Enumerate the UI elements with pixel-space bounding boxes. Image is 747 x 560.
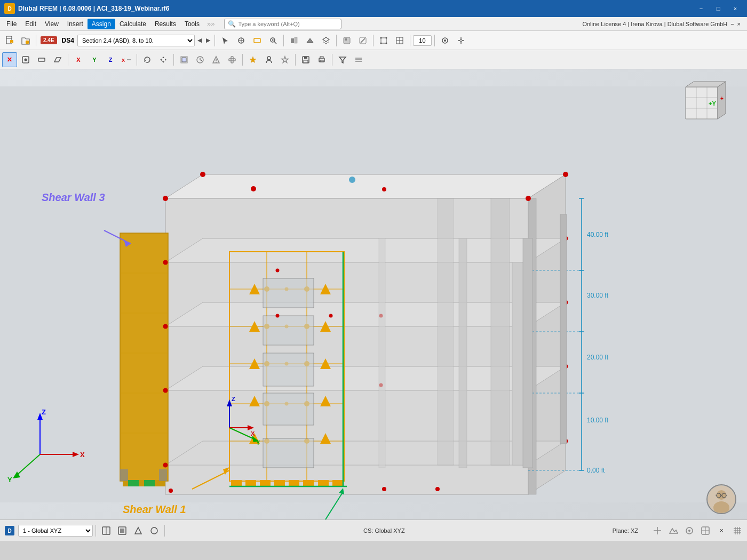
section-prev[interactable]: ◀ — [196, 36, 203, 45]
tb-axis-z[interactable]: Z — [103, 52, 118, 67]
tb-zoom[interactable] — [266, 33, 281, 48]
menu-insert[interactable]: Insert — [63, 19, 88, 29]
tb-view2[interactable] — [303, 33, 317, 48]
tb-rotate[interactable] — [140, 52, 155, 67]
svg-text:0.00 ft: 0.00 ft — [587, 467, 605, 474]
sb-icon1[interactable]: D — [2, 523, 17, 538]
sb-icon2[interactable] — [99, 523, 114, 538]
tb-tool1[interactable] — [177, 52, 192, 67]
sb-view-icon4[interactable] — [698, 523, 713, 538]
tb-tool2[interactable] — [193, 52, 208, 67]
tb-save[interactable] — [298, 52, 313, 67]
tb-tool3[interactable] — [209, 52, 224, 67]
window-controls: − □ × — [694, 3, 743, 14]
tb-cursor[interactable] — [218, 33, 233, 48]
app-icon: D — [4, 3, 15, 14]
tb-grid-toggle[interactable] — [351, 52, 366, 67]
tb-tool4[interactable] — [225, 52, 240, 67]
search-input[interactable] — [238, 21, 334, 27]
license-info: Online License 4 | Irena Kirova | Dlubal… — [578, 21, 745, 27]
tb-star[interactable] — [245, 52, 260, 67]
svg-rect-197 — [120, 469, 128, 481]
tb-snap2[interactable] — [454, 33, 468, 48]
menu-tools[interactable]: Tools — [180, 19, 204, 29]
menu-assign[interactable]: Assign — [88, 19, 115, 29]
sb-icon4[interactable] — [131, 523, 146, 538]
menu-view[interactable]: View — [41, 19, 63, 29]
sep-t2-6 — [332, 54, 332, 66]
svg-rect-116 — [231, 480, 242, 486]
svg-text:+Y: +Y — [709, 100, 716, 107]
toolbar2: × X Y Z X — [0, 50, 747, 69]
svg-rect-118 — [260, 480, 271, 486]
minimize-button[interactable]: − — [694, 3, 709, 14]
tb-filter[interactable] — [335, 52, 350, 67]
tb-axis-x[interactable]: X — [71, 52, 86, 67]
tb-star2[interactable] — [277, 52, 292, 67]
main-viewport[interactable]: Z Y X Z Y X — [0, 69, 747, 519]
tb-transform2[interactable] — [250, 33, 265, 48]
svg-rect-76 — [144, 480, 155, 486]
svg-rect-45 — [231, 57, 233, 63]
section-select[interactable]: Section 2.4 (ASD), 8. to 10. — [77, 35, 195, 46]
tb-shade1[interactable] — [339, 33, 354, 48]
sb-view-icon3[interactable] — [682, 523, 697, 538]
maximize-button[interactable]: □ — [711, 3, 726, 14]
menu-file[interactable]: File — [2, 19, 21, 29]
tb-mesh1[interactable] — [376, 33, 391, 48]
menu-calculate[interactable]: Calculate — [115, 19, 150, 29]
svg-text:X: X — [80, 451, 85, 459]
close-button[interactable]: × — [728, 3, 743, 14]
svg-rect-44 — [229, 59, 235, 61]
svg-text:D: D — [7, 6, 11, 12]
sb-icon3[interactable] — [115, 523, 130, 538]
cs-select[interactable]: 1 - Global XYZ — [18, 525, 93, 537]
sb-icon5[interactable] — [147, 523, 162, 538]
tb-person[interactable] — [261, 52, 276, 67]
cs-status: CS: Global XYZ — [168, 527, 601, 534]
license-close[interactable]: × — [737, 21, 741, 27]
svg-text:X: X — [122, 58, 125, 63]
sb-view-icon2[interactable] — [666, 523, 681, 538]
tb-mesh2[interactable] — [392, 33, 407, 48]
tb-file-new[interactable]: + — [2, 33, 17, 48]
svg-rect-16 — [295, 37, 297, 43]
tb-member[interactable] — [34, 52, 49, 67]
tb-snap1[interactable] — [438, 33, 452, 48]
svg-text:+: + — [720, 95, 724, 101]
sep-t2-5 — [295, 54, 296, 66]
num-input[interactable]: 10 — [413, 35, 432, 46]
svg-text:D: D — [7, 528, 11, 534]
svg-rect-65 — [438, 198, 454, 465]
sep5 — [373, 35, 374, 46]
tb-move[interactable] — [156, 52, 171, 67]
cube-navigator[interactable]: +Y + — [678, 79, 731, 132]
svg-rect-123 — [332, 480, 343, 486]
svg-point-157 — [169, 489, 173, 493]
section-next[interactable]: ▶ — [204, 36, 212, 45]
svg-text:Z: Z — [232, 396, 235, 402]
menu-results[interactable]: Results — [150, 19, 180, 29]
svg-text:Z: Z — [42, 408, 46, 416]
section-label: DS4 — [62, 37, 74, 44]
toolbar1: + 2.4E DS4 Section 2.4 (ASD), 8. to 10. … — [0, 31, 747, 50]
svg-point-137 — [526, 196, 531, 201]
sb-grid-icon1[interactable] — [730, 523, 745, 538]
tb-cancel[interactable]: × — [2, 52, 17, 67]
sb-view-icon1[interactable] — [650, 523, 665, 538]
tb-file-open[interactable] — [18, 33, 33, 48]
tb-print[interactable] — [314, 52, 329, 67]
tb-layers[interactable] — [319, 33, 333, 48]
license-minimize[interactable]: − — [730, 21, 734, 27]
tb-view1[interactable] — [287, 33, 301, 48]
tb-transform1[interactable] — [234, 33, 249, 48]
tb-axis-y[interactable]: Y — [87, 52, 102, 67]
scene: Z Y X Z Y X — [0, 69, 747, 519]
menu-edit[interactable]: Edit — [21, 19, 41, 29]
tb-node[interactable] — [18, 52, 33, 67]
avatar[interactable] — [706, 484, 736, 514]
tb-surface[interactable] — [50, 52, 65, 67]
tb-axis-x2[interactable]: X — [119, 52, 134, 67]
tb-shade2[interactable] — [355, 33, 370, 48]
sb-view-icon5[interactable]: × — [714, 523, 729, 538]
